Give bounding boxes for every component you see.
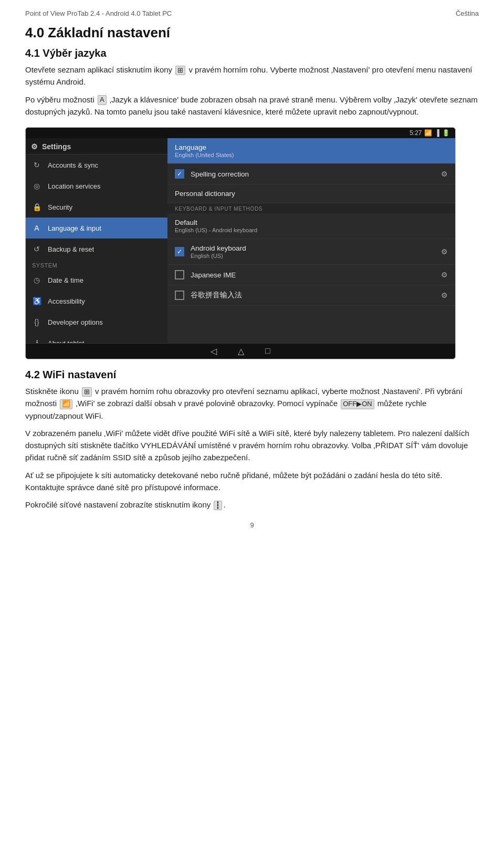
sidebar-item-developer[interactable]: {} Developer options — [26, 312, 167, 333]
nav-bar: ◁ △ □ — [26, 343, 455, 359]
right-item-personal-dict[interactable]: Personal dictionary — [167, 184, 455, 203]
advanced-icon: ┇ — [214, 501, 222, 511]
right-item-google-pinyin-text: 谷歌拼音输入法 — [191, 291, 436, 300]
header-right: Čeština — [456, 9, 479, 17]
settings-screenshot: 5:27 📶 ▐ 🔋 ⚙ Settings ↻ Accounts & sync … — [25, 127, 456, 359]
main-heading: 4.0 Základní nastavení — [25, 25, 479, 41]
accessibility-icon: ♿ — [31, 295, 43, 307]
android-kb-subtitle: English (US) — [191, 253, 436, 259]
right-item-japanese-text: Japanese IME — [191, 271, 436, 279]
signal-icon: ▐ — [435, 129, 439, 137]
info-icon: ℹ — [31, 337, 43, 343]
wifi-para1: Stiskněte ikonu ⊞ v pravém horním rohu o… — [25, 385, 479, 422]
sub-heading-2: 4.2 WiFi nastavení — [25, 369, 479, 381]
system-section-label: SYSTEM — [26, 260, 167, 270]
sidebar-item-location[interactable]: ◎ Location services — [26, 175, 167, 196]
sidebar-label-backup: Backup & reset — [48, 245, 94, 253]
right-item-android-kb-text: Android keyboard English (US) — [191, 244, 436, 259]
sidebar-item-accounts[interactable]: ↻ Accounts & sync — [26, 154, 167, 175]
spelling-title: Spelling correction — [191, 170, 436, 178]
settings-screen-body: ⚙ Settings ↻ Accounts & sync ◎ Location … — [26, 138, 455, 343]
sidebar-label-accounts: Accounts & sync — [48, 161, 98, 169]
recent-button[interactable]: □ — [265, 346, 270, 356]
right-item-spelling[interactable]: ✓ Spelling correction ⚙ — [167, 164, 455, 184]
wifi-icon: 📶 — [60, 399, 72, 409]
right-item-default-text: Default English (US) - Android keyboard — [175, 219, 448, 233]
right-item-language-text: Language English (United States) — [175, 143, 448, 158]
spelling-checkbox[interactable]: ✓ — [175, 169, 184, 179]
back-button[interactable]: ◁ — [211, 346, 217, 356]
sidebar-label-accessibility: Accessibility — [48, 297, 85, 305]
para2: Po výběru možnosti A ‚Jazyk a klávesnice… — [25, 94, 479, 118]
language-subtitle: English (United States) — [175, 152, 448, 158]
dict-title: Personal dictionary — [175, 190, 448, 198]
sidebar-item-datetime[interactable]: ◷ Date & time — [26, 270, 167, 291]
google-pinyin-title: 谷歌拼音输入法 — [191, 291, 436, 300]
language-icon: A — [31, 222, 43, 234]
right-item-language[interactable]: Language English (United States) — [167, 138, 455, 164]
sidebar-label-developer: Developer options — [48, 318, 103, 326]
lock-icon: 🔒 — [31, 201, 43, 213]
settings-right-panel: Language English (United States) ✓ Spell… — [167, 138, 455, 343]
sub-heading-1: 4.1 Výběr jazyka — [25, 47, 479, 59]
apps-icon-2: ⊞ — [82, 387, 92, 397]
sidebar-item-security[interactable]: 🔒 Security — [26, 196, 167, 218]
android-kb-checkbox[interactable]: ✓ — [175, 247, 184, 256]
android-kb-settings-icon[interactable]: ⚙ — [441, 247, 448, 256]
sidebar-item-about[interactable]: ℹ About tablet — [26, 333, 167, 343]
toggle-icon: OFF▶ON — [341, 399, 374, 409]
settings-icon: ⚙ — [31, 142, 38, 151]
japanese-ime-checkbox[interactable] — [175, 270, 184, 279]
clock-icon: ◷ — [31, 274, 43, 286]
accounts-icon: ↻ — [31, 159, 43, 171]
right-item-japanese-ime[interactable]: Japanese IME ⚙ — [167, 265, 455, 285]
developer-icon: {} — [31, 316, 43, 328]
backup-icon: ↺ — [31, 243, 43, 255]
google-pinyin-checkbox[interactable] — [175, 291, 184, 300]
wifi-para2: V zobrazeném panelu ‚WiFi' můžete vidět … — [25, 427, 479, 464]
right-item-default[interactable]: Default English (US) - Android keyboard — [167, 213, 455, 239]
wifi-status-icon: 📶 — [424, 129, 432, 137]
sidebar-label-about: About tablet — [48, 339, 84, 344]
apps-icon: ⊞ — [175, 66, 185, 76]
sidebar-label-datetime: Date & time — [48, 276, 83, 284]
default-subtitle: English (US) - Android keyboard — [175, 227, 448, 233]
japanese-settings-icon[interactable]: ⚙ — [441, 271, 448, 279]
page-number: 9 — [250, 521, 254, 529]
keyboard-icon: A — [98, 95, 107, 105]
right-item-android-kb[interactable]: ✓ Android keyboard English (US) ⚙ — [167, 239, 455, 265]
keyboard-section-label: KEYBOARD & INPUT METHODS — [167, 203, 455, 213]
sidebar-label-security: Security — [48, 203, 72, 211]
spelling-settings-icon[interactable]: ⚙ — [441, 170, 448, 178]
settings-title: Settings — [42, 142, 71, 151]
japanese-title: Japanese IME — [191, 271, 436, 279]
android-kb-title: Android keyboard — [191, 244, 436, 252]
right-item-dict-text: Personal dictionary — [175, 190, 448, 198]
sidebar-label-language: Language & input — [48, 224, 101, 232]
right-item-google-pinyin[interactable]: 谷歌拼音输入法 ⚙ — [167, 285, 455, 306]
wifi-para4: Pokročilé síťové nastavení zobrazíte sti… — [25, 499, 479, 511]
sidebar-label-location: Location services — [48, 182, 100, 190]
wifi-para3: Ať už se připojujete k síti automaticky … — [25, 469, 479, 494]
para1: Otevřete seznam aplikací stisknutím ikon… — [25, 64, 479, 88]
sidebar-item-backup[interactable]: ↺ Backup & reset — [26, 239, 167, 260]
sidebar-item-accessibility[interactable]: ♿ Accessibility — [26, 291, 167, 312]
sidebar-item-language[interactable]: A Language & input — [26, 218, 167, 239]
right-item-spelling-text: Spelling correction — [191, 170, 436, 178]
settings-header: ⚙ Settings — [26, 138, 167, 154]
location-icon: ◎ — [31, 180, 43, 192]
status-bar: 5:27 📶 ▐ 🔋 — [26, 128, 455, 138]
default-title: Default — [175, 219, 448, 226]
battery-icon: 🔋 — [442, 129, 450, 137]
google-pinyin-settings-icon[interactable]: ⚙ — [441, 291, 448, 299]
time-display: 5:27 — [410, 129, 422, 137]
settings-left-panel: ⚙ Settings ↻ Accounts & sync ◎ Location … — [26, 138, 167, 343]
header-left: Point of View ProTab 2.4 - Android 4.0 T… — [25, 9, 172, 17]
page-header: Point of View ProTab 2.4 - Android 4.0 T… — [25, 9, 479, 17]
status-icons: 5:27 📶 ▐ 🔋 — [410, 129, 450, 137]
home-button[interactable]: △ — [238, 346, 244, 356]
language-title: Language — [175, 143, 448, 151]
